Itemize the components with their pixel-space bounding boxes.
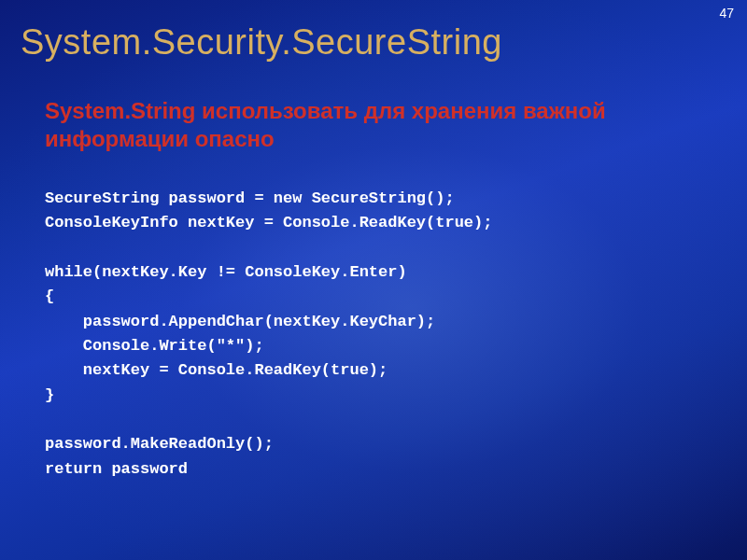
page-number: 47 — [719, 6, 734, 21]
code-block: SecureString password = new SecureString… — [45, 187, 710, 482]
slide-subtitle: System.String использовать для хранения … — [45, 97, 710, 153]
slide: 47 System.Security.SecureString System.S… — [0, 0, 747, 560]
slide-title: System.Security.SecureString — [21, 22, 502, 63]
